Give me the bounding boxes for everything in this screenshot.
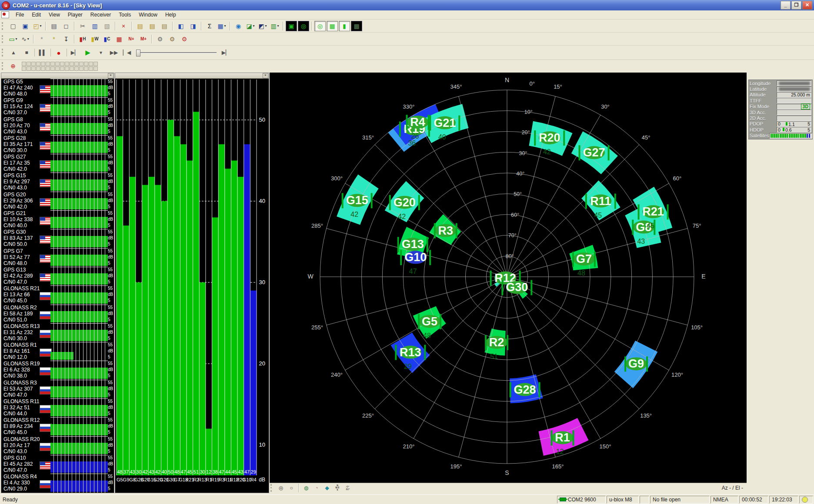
satellite-list-item-R19[interactable]: GLONASS R19El 6 Az 328C/N0 38.055dB5 [1,361,114,379]
satellite-list-item-G7[interactable]: GPS G7El 52 Az 77C/N0 48.055dB5 [1,248,114,267]
target-button[interactable]: ◎ [276,484,286,492]
coldstart-button[interactable]: ▮C [101,34,113,44]
satellite-list-item-G10[interactable]: GPS G10El 45 Az 282C/N0 47.055dB5 [1,455,114,474]
gauge-tool-button[interactable]: ⊕ [7,61,19,71]
slider-thumb[interactable] [136,50,140,56]
menu-item-receiver[interactable]: Receiver [87,11,115,19]
warmstart-button[interactable]: ▮W [89,34,100,44]
sky-view-button[interactable]: ◎ [314,21,326,31]
chart-view-button[interactable]: ◪▾ [245,21,256,31]
playback-position-slider[interactable] [136,49,217,56]
baudrate-select-button[interactable]: ∿▾ [20,34,31,44]
google-earth-view-button[interactable]: ◉ [233,21,244,31]
satellite-list-item-R21[interactable]: GLONASS R21El 13 Az 66C/N0 45.055dB5 [1,285,114,304]
satellite-list-item-R3[interactable]: GLONASS R3El 53 Az 307C/N0 47.055dB5 [1,380,114,398]
stop-button[interactable]: ■ [20,47,33,58]
skip-to-start-button[interactable]: ▏◀ [121,47,133,58]
satellite-list-item-R20[interactable]: GLONASS R20El 20 Az 17C/N0 43.055dB5 [1,436,114,455]
toolbar-drag-handle[interactable] [270,484,274,492]
dropdown-arrow-icon[interactable]: ▾ [265,24,267,28]
menu-item-player[interactable]: Player [64,11,87,19]
new-file-button[interactable]: ▢ [7,21,19,31]
bar-graph-view-button[interactable]: ▥▾ [269,21,280,31]
compass-button[interactable]: NW ES [333,484,342,492]
satellite-list-item-G20[interactable]: GPS G20El 29 Az 306C/N0 42.055dB5 [1,192,114,210]
deviation-map-view-button[interactable]: ◎ [298,21,309,31]
edit-log-file-button[interactable]: ▤ [147,21,158,31]
satellite-list-item-G13[interactable]: GPS G13El 42 Az 289C/N0 47.055dB5 [1,267,114,285]
table-view-button[interactable]: ▦▾ [216,21,227,31]
satellite-list-item-R1[interactable]: GLONASS R1El 8 Az 161C/N0 12.055dB5 [1,342,114,361]
menu-item-edit[interactable]: Edit [28,11,45,19]
satellite-list-item-G15[interactable]: GPS G15El 9 Az 297C/N0 43.055dB5 [1,172,114,191]
debug-messages-button[interactable]: * [48,34,60,44]
play-button[interactable]: ▶ [82,47,94,58]
print-preview-button[interactable]: ◻ [60,21,72,31]
dropdown-arrow-icon[interactable]: ▾ [277,24,279,28]
print-button[interactable]: ▤ [48,21,60,31]
pause-button[interactable]: ▌▌ [37,47,49,58]
generation-config-button[interactable]: ⚙ [179,34,190,44]
statistic-view-button[interactable]: Σ [204,21,215,31]
reset-receiver-button[interactable]: ▦ [113,34,125,44]
pale-sky-button[interactable]: ◔ [312,484,321,492]
menu-item-window[interactable]: Window [135,11,161,19]
paste-button[interactable]: ▧ [101,21,113,31]
ubx-message-button[interactable]: M+ [138,34,149,44]
close-window-button[interactable]: × [118,21,129,31]
open-file-button[interactable]: ◰▾ [32,21,43,31]
new-log-file-button[interactable]: ▤ [134,21,146,31]
dual-view-button[interactable]: ◨ [187,21,199,31]
copy-button[interactable]: ▥ [89,21,100,31]
view-log-file-button[interactable]: ▤ [159,21,170,31]
satellite-list-item-G8[interactable]: GPS G8El 20 Az 70C/N0 43.055dB5 [1,116,114,135]
circle-button[interactable]: ○ [287,484,296,492]
firmware-download-button[interactable]: ↧ [60,34,72,44]
menu-item-tools[interactable]: Tools [115,11,135,19]
dropdown-arrow-icon[interactable]: ▾ [253,24,255,28]
autobauding-button[interactable]: * [36,34,47,44]
docking-window-table-button[interactable]: ▦ [327,21,338,31]
satellite-list-item-R13[interactable]: GLONASS R13El 31 Az 232C/N0 30.055dB5 [1,323,114,342]
skip-to-end-button[interactable]: ▶▏ [220,47,232,58]
satellite-list-item-G5[interactable]: GPS G5El 47 Az 240C/N0 48.055dB5 [1,79,114,97]
eject-button[interactable]: ▲ [7,47,20,58]
hotstart-button[interactable]: ▮H [77,34,88,44]
dropdown-arrow-icon[interactable]: ▾ [27,37,29,41]
toolbar-drag-handle[interactable] [2,22,5,30]
menu-item-file[interactable]: File [12,11,28,19]
port-select-button[interactable]: ▭▾ [7,34,19,44]
histogram-view-button[interactable]: ◩▾ [257,21,268,31]
cut-button[interactable]: ✂ [77,21,88,31]
nmea-message-button[interactable]: N+ [126,34,137,44]
maximize-button[interactable]: ❐ [791,1,801,10]
save-file-button[interactable]: ▣ [20,21,31,31]
satellite-list-item-G28[interactable]: GPS G28El 35 Az 171C/N0 30.055dB5 [1,135,114,154]
play-speed-dropdown-button[interactable]: ▾ [95,47,107,58]
satellite-list-item-G27[interactable]: GPS G27El 17 Az 35C/N0 42.055dB5 [1,154,114,172]
marker-button[interactable]: ◆ [322,484,332,492]
step-forward-button[interactable]: ▶▏ [69,47,81,58]
close-panel-icon[interactable]: × [108,73,113,78]
close-button[interactable]: ✕ [802,1,812,10]
docking-window-bars-button[interactable]: ▮ [339,21,350,31]
satellite-list-item-G9[interactable]: GPS G9El 15 Az 124C/N0 37.055dB5 [1,97,114,116]
close-panel-icon[interactable]: × [263,73,268,78]
minimize-button[interactable]: _ [781,1,791,10]
satellite-list-item-R12[interactable]: GLONASS R12El 89 Az 234C/N0 45.055dB5 [1,417,114,436]
messages-view-button[interactable]: ⚙ [154,34,166,44]
toolbar-drag-handle[interactable] [2,62,5,70]
elevation-range-button[interactable]: ∕0°80° [343,484,353,492]
split-view-button[interactable]: ◧ [175,21,187,31]
satellite-list-item-R2[interactable]: GLONASS R2El 58 Az 189C/N0 51.055dB5 [1,305,114,323]
satellite-list-item-R11[interactable]: GLONASS R11El 32 Az 51C/N0 44.055dB5 [1,398,114,417]
dropdown-arrow-icon[interactable]: ▾ [16,37,17,41]
menu-item-view[interactable]: View [45,11,64,19]
satellite-list-item-R4[interactable]: GLONASS R4El 4 Az 330C/N0 29.055dB5 [1,474,114,492]
toolbar-drag-handle[interactable] [2,49,5,56]
camera-view-button[interactable]: ▣ [286,21,297,31]
satellite-list-item-G30[interactable]: GPS G30El 83 Az 137C/N0 50.055dB5 [1,229,114,248]
dropdown-arrow-icon[interactable]: ▾ [40,24,42,28]
world-view-button[interactable]: ◍ [301,484,311,492]
record-button[interactable]: ● [53,47,65,58]
